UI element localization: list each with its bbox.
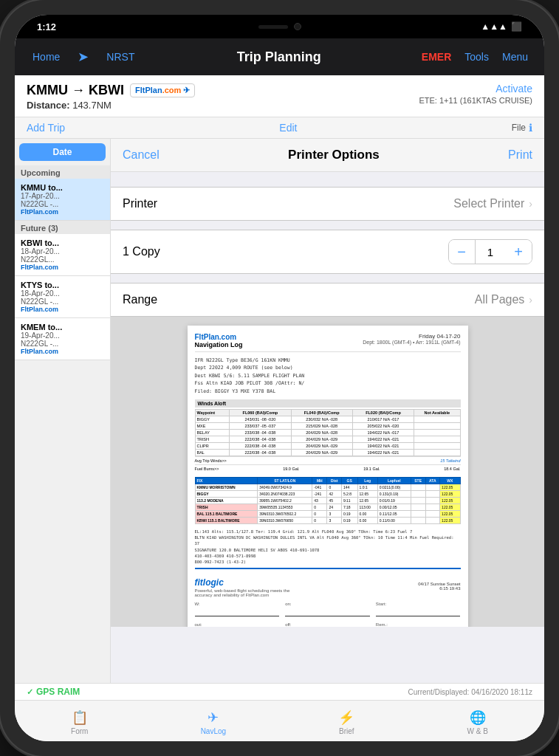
list-item[interactable]: KTYS to... 18-Apr-20... N222GL -... FltP… — [15, 276, 110, 318]
item-fitplan: FltPlan.com — [21, 348, 104, 355]
flight-distance: Distance: 143.7NM — [27, 100, 195, 111]
fl060-clipr: 222/038 -04 -038 — [230, 442, 291, 449]
range-row[interactable]: Range All Pages › — [111, 284, 544, 316]
chevron-right-icon: › — [529, 198, 532, 210]
winds-aloft-tbody: BIGGY 243/031 -08 -020 230/032 N/A -028 … — [195, 416, 460, 456]
sub-toolbar: Add Trip Edit File ℹ — [15, 117, 544, 139]
leg-kbwi: 0.00 — [357, 517, 377, 523]
table-row: KBWI 115.1 BALTIMORE 39N0310.3W076650 0 … — [195, 517, 460, 523]
tab-brief[interactable]: ⚡ Brief — [326, 707, 366, 738]
nav-log-date-info: Friday 04-17-20 Dept: 1800L (GMT-4) • Ar… — [363, 333, 460, 345]
date-filter-button[interactable]: Date — [19, 143, 106, 161]
status-icons: ▲▲▲ ⬛ — [481, 21, 522, 32]
start-input[interactable] — [376, 606, 461, 616]
camera-area — [236, 16, 324, 37]
flt-col-gs: GS — [341, 477, 357, 484]
list-item[interactable]: KMEM to... 19-Apr-20... N222GL -... FltP… — [15, 318, 110, 360]
fix-biggy: BIGGY — [195, 490, 258, 497]
tab-form[interactable]: 📋 Form — [59, 707, 100, 738]
fitlogic-times-right: 04/17 Sunrise Sunset 6:15 19:43 — [418, 582, 460, 591]
dept-line: Dept 22022 4,009 ROUTE (see below) — [195, 364, 461, 371]
fitplan-text: FltPlan.com ✈ — [135, 86, 190, 94]
tools-button[interactable]: Tools — [460, 48, 493, 66]
wb-icon: 🌐 — [470, 709, 486, 726]
time-display: 1:12 — [37, 21, 56, 32]
copies-section: 1 Copy − 1 + — [111, 230, 544, 274]
fl040-bal: 204/029 N/A -029 — [291, 449, 352, 456]
item-fitplan: FltPlan.com — [21, 208, 104, 216]
copies-count: 1 — [476, 246, 505, 258]
ste-trish — [411, 504, 425, 510]
document-preview-area[interactable]: FltPlan.com Navigation Log Friday 04-17-… — [111, 317, 544, 627]
cancel-button[interactable]: Cancel — [123, 148, 160, 162]
wx-bal: 122.05 — [440, 510, 460, 517]
item-tail: N222GL -... — [21, 340, 104, 348]
fitlogic-tagline: Powerful, web-based flight scheduling me… — [195, 588, 306, 597]
table-row: 113.2 MODENA 39955.1W075402.2 43 45 9:11… — [195, 497, 460, 504]
print-button[interactable]: Print — [508, 148, 532, 162]
flt-times-table: FIX ST LAT/LON MH Dist GS Leg La — [195, 477, 461, 524]
ata-bal — [425, 510, 440, 517]
list-item[interactable]: KBWI to... 18-Apr-20... N222GL... FltPla… — [15, 234, 110, 276]
item-fitplan: FltPlan.com — [21, 306, 104, 313]
fl020-mxe: 205/022 N/A -020 — [352, 422, 414, 429]
activate-button[interactable]: Activate — [419, 83, 532, 94]
gs-kbwi: 0:19 — [341, 517, 357, 523]
nav-right-controls: EMER Tools Menu — [417, 48, 532, 66]
item-route: KMMU to... — [21, 183, 104, 192]
printer-dialog-header: Cancel Printer Options Print — [111, 139, 544, 172]
dist-trish: 24 — [327, 504, 341, 510]
increment-copies-button[interactable]: + — [505, 240, 532, 264]
avg-winds-row: Avg Trip Winds>> 15 Tailwind — [195, 456, 461, 464]
ete-text: ETE: 1+11 (161KTAS CRUISE) — [419, 96, 532, 105]
na-trish — [414, 436, 460, 442]
menu-button[interactable]: Menu — [498, 48, 532, 66]
phone1-line: 410-403-4369 410-571-8998 — [195, 553, 461, 559]
winds-aloft-table: Waypoint FL060 (BAI)/Comp FL040 (BAI)/Co… — [195, 409, 461, 456]
lat-kmmu: 34049.0W073424.9 — [258, 484, 312, 490]
ste-biggy — [411, 490, 425, 497]
nav-direction-icon[interactable]: ➤ — [73, 46, 93, 68]
emer-button[interactable]: EMER — [417, 48, 456, 66]
fl020-bal: 194/022 N/A -021 — [352, 449, 414, 456]
edit-button[interactable]: Edit — [279, 122, 297, 134]
fitlogic-logo-area: fitlogic Powerful, web-based flight sche… — [195, 575, 306, 597]
fl040-mxe: 215/029 N/A -028 — [291, 422, 352, 429]
tab-wb[interactable]: 🌐 W & B — [456, 707, 500, 738]
lapfuel-kmmu: 0:0211(0.00) — [377, 484, 411, 490]
flight-header-right: Activate ETE: 1+11 (161KTAS CRUISE) — [419, 83, 532, 105]
wp-biggy: BIGGY — [195, 416, 230, 422]
col-fl040: FL040 (BAI)/Comp — [291, 409, 352, 416]
printer-row[interactable]: Printer Select Printer › — [111, 188, 544, 220]
wp-bal: BAL — [195, 449, 230, 456]
fix-bal: BAL 115.1 BALTIMORE — [195, 510, 258, 517]
table-row: TRISH 222/038 -04 -038 204/029 N/A -029 … — [195, 436, 460, 442]
list-item[interactable]: KMMU to... 17-Apr-20... N222GL -... FltP… — [15, 179, 110, 221]
nav-log-header: FltPlan.com Navigation Log Friday 04-17-… — [195, 333, 461, 352]
gps-raim-label: GPS RAIM — [36, 687, 80, 697]
status-bar: 1:12 ▲▲▲ ⬛ — [15, 15, 544, 38]
fuel-val3: 18.4 Gal. — [444, 467, 460, 471]
add-trip-button[interactable]: Add Trip — [27, 122, 65, 134]
tab-navlog[interactable]: ✈ NavLog — [189, 707, 238, 738]
flight-header-left: KMMU → KBWI FltPlan.com ✈ Distance: 143.… — [27, 83, 195, 111]
dist-modena: 45 — [327, 497, 341, 504]
form-tab-label: Form — [71, 727, 88, 735]
home-button[interactable]: Home — [27, 48, 66, 66]
nrst-button[interactable]: NRST — [100, 48, 140, 66]
phone2-line: 800-992-7423 (1-43-2) — [195, 559, 461, 565]
dist-biggy: 42 — [327, 490, 341, 497]
w-input[interactable] — [195, 606, 280, 616]
table-row: BAL 222/038 -04 -038 204/029 N/A -029 19… — [195, 449, 460, 456]
on-input[interactable] — [285, 606, 370, 616]
decrement-copies-button[interactable]: − — [449, 240, 476, 264]
main-content: KMMU → KBWI FltPlan.com ✈ Distance: 143.… — [15, 75, 544, 741]
form-icon: 📋 — [72, 709, 88, 726]
distance-label: Distance: — [27, 100, 70, 111]
leg-trish: 113:00 — [357, 504, 377, 510]
fuel-val1: 19.0 Gal. — [283, 467, 299, 471]
flight-route: KMMU → KBWI FltPlan.com ✈ — [27, 83, 195, 98]
wx-kmmu: 122.05 — [440, 484, 460, 490]
col-waypoint: Waypoint — [195, 409, 230, 416]
na-belay — [414, 429, 460, 436]
